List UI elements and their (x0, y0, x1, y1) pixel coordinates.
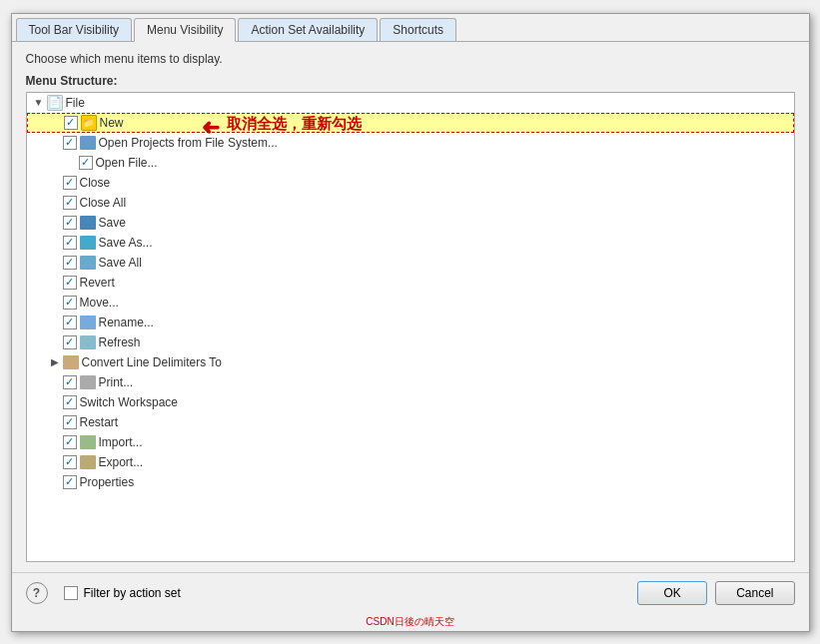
checkbox-properties[interactable] (63, 475, 77, 489)
cancel-button[interactable]: Cancel (715, 581, 794, 605)
item-label-convert: Convert Line Delimiters To (82, 355, 790, 369)
save-all-icon (80, 256, 96, 270)
btn-row: OK Cancel (637, 581, 794, 605)
checkbox-refresh[interactable] (63, 335, 77, 349)
import-icon (80, 435, 96, 449)
item-label-revert: Revert (80, 276, 790, 290)
item-label-save-all: Save All (99, 256, 790, 270)
item-label-save-as: Save As... (99, 236, 790, 250)
item-label-close-all: Close All (80, 196, 790, 210)
checkbox-save-as[interactable] (63, 236, 77, 250)
tree-item-close[interactable]: Close (27, 173, 794, 193)
checkbox-save[interactable] (63, 216, 77, 230)
item-label-rename: Rename... (99, 316, 790, 329)
tree-item-open-file[interactable]: Open File... (27, 153, 794, 173)
tab-shortcuts[interactable]: Shortcuts (380, 18, 456, 41)
checkbox-print[interactable] (63, 375, 77, 389)
item-label-save: Save (99, 216, 790, 230)
checkbox-move[interactable] (63, 296, 77, 310)
tree-item-close-all[interactable]: Close All (27, 193, 794, 213)
item-label-open-file: Open File... (96, 156, 790, 170)
item-label-print: Print... (99, 375, 790, 389)
print-icon (80, 375, 96, 389)
checkbox-new[interactable] (64, 116, 78, 130)
dialog-footer: ? Filter by action set OK Cancel (12, 572, 809, 613)
checkbox-rename[interactable] (63, 316, 77, 329)
item-label-import: Import... (99, 435, 790, 449)
tab-menu[interactable]: Menu Visibility (134, 18, 236, 42)
save-as-icon (80, 236, 96, 250)
checkbox-revert[interactable] (63, 276, 77, 290)
watermark: CSDN日後の晴天空 (12, 613, 809, 631)
item-label-new: New (100, 116, 789, 130)
description-text: Choose which menu items to display. (26, 52, 795, 66)
item-label-close: Close (80, 176, 790, 190)
tab-toolbar[interactable]: Tool Bar Visibility (16, 18, 132, 41)
section-label: Menu Structure: (26, 74, 795, 88)
checkbox-open-projects[interactable] (63, 136, 77, 150)
export-icon (80, 455, 96, 469)
item-label-move: Move... (80, 296, 790, 310)
tree-item-rename[interactable]: Rename... (27, 313, 794, 332)
new-folder-icon: 📁 (81, 115, 97, 131)
tab-action[interactable]: Action Set Availability (238, 18, 378, 41)
save-icon (80, 216, 96, 230)
tab-bar: Tool Bar Visibility Menu Visibility Acti… (12, 14, 809, 42)
tree-item-refresh[interactable]: Refresh (27, 332, 794, 352)
file-icon: 📄 (47, 95, 63, 111)
tree-item-new[interactable]: 📁 New (27, 113, 794, 133)
checkbox-save-all[interactable] (63, 256, 77, 270)
expander-convert[interactable]: ▶ (47, 356, 63, 367)
checkbox-open-file[interactable] (79, 156, 93, 170)
tree-item-save-as[interactable]: Save As... (27, 233, 794, 253)
tree-item-export[interactable]: Export... (27, 452, 794, 472)
tree-item-open-projects[interactable]: Open Projects from File System... (27, 133, 794, 153)
tree-item-import[interactable]: Import... (27, 432, 794, 452)
item-label-switch-workspace: Switch Workspace (80, 395, 790, 409)
tree-item-save[interactable]: Save (27, 213, 794, 233)
filter-row: Filter by action set (64, 586, 181, 600)
item-label-refresh: Refresh (99, 335, 790, 349)
rename-icon (80, 316, 96, 329)
open-projects-icon (80, 136, 96, 150)
tree-item-revert[interactable]: Revert (27, 273, 794, 293)
dialog-body: Choose which menu items to display. Menu… (12, 42, 809, 572)
tree-item-restart[interactable]: Restart (27, 412, 794, 432)
item-label-export: Export... (99, 455, 790, 469)
checkbox-export[interactable] (63, 455, 77, 469)
convert-icon (63, 355, 79, 369)
item-label-properties: Properties (80, 475, 790, 489)
tree-item-print[interactable]: Print... (27, 372, 794, 392)
item-label-restart: Restart (80, 415, 790, 429)
tree-item-move[interactable]: Move... (27, 293, 794, 313)
checkbox-close[interactable] (63, 176, 77, 190)
filter-label: Filter by action set (84, 586, 181, 600)
tree-item-file[interactable]: ▼ 📄 File (27, 93, 794, 113)
expander-file[interactable]: ▼ (31, 97, 47, 108)
checkbox-import[interactable] (63, 435, 77, 449)
filter-action-set-checkbox[interactable] (64, 586, 78, 600)
tree-item-convert[interactable]: ▶ Convert Line Delimiters To (27, 352, 794, 372)
ok-button[interactable]: OK (637, 581, 707, 605)
item-label-file: File (66, 96, 790, 110)
main-dialog: Tool Bar Visibility Menu Visibility Acti… (11, 13, 810, 632)
item-label-open-projects: Open Projects from File System... (99, 136, 790, 150)
tree-item-save-all[interactable]: Save All (27, 253, 794, 273)
refresh-icon (80, 335, 96, 349)
checkbox-switch-workspace[interactable] (63, 395, 77, 409)
checkbox-close-all[interactable] (63, 196, 77, 210)
checkbox-restart[interactable] (63, 415, 77, 429)
tree-container[interactable]: ▼ 📄 File 📁 New 取消全选，重新勾选 ➜ Open P (26, 92, 795, 562)
tree-item-switch-workspace[interactable]: Switch Workspace (27, 392, 794, 412)
help-button[interactable]: ? (26, 582, 48, 604)
tree-item-properties[interactable]: Properties (27, 472, 794, 492)
